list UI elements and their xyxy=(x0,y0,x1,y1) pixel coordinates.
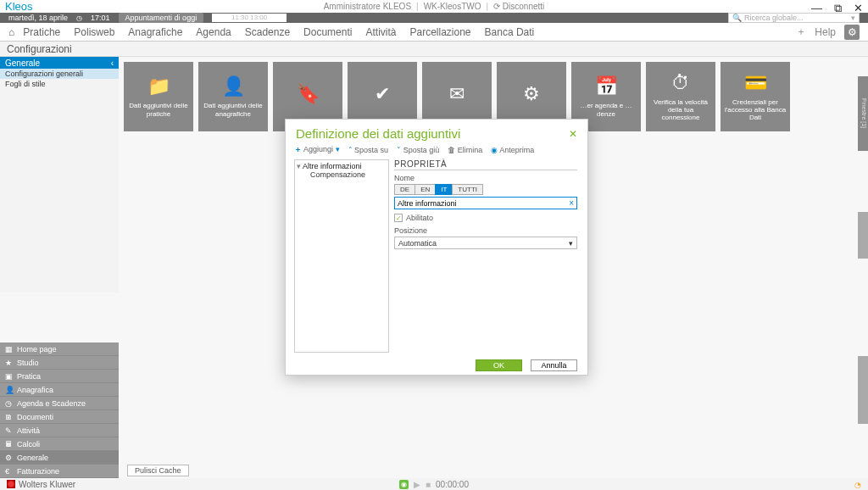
date-label: martedì, 18 aprile xyxy=(8,14,68,22)
help-link[interactable]: Help xyxy=(815,26,836,38)
clear-cache-button[interactable]: Pulisci Cache xyxy=(127,465,189,476)
menu-documenti[interactable]: Documenti xyxy=(303,26,352,38)
tile-icon: 📁 xyxy=(147,75,170,97)
name-label: Nome xyxy=(394,174,577,182)
add-button[interactable]: ＋ Aggiungi ▾ xyxy=(294,144,340,155)
generale-header[interactable]: Generale ‹ xyxy=(0,57,119,69)
menu-anagrafiche[interactable]: Anagrafiche xyxy=(128,26,182,38)
dialog-title: Definizione dei dati aggiuntivi xyxy=(296,126,460,141)
add-icon[interactable]: ＋ xyxy=(796,25,806,39)
gear-icon[interactable]: ⚙ xyxy=(844,25,860,40)
move-up-button[interactable]: ˄ Sposta su xyxy=(348,146,389,154)
tile-icon: ⚙ xyxy=(523,83,540,104)
clear-icon[interactable]: × xyxy=(569,198,574,208)
datebar: martedì, 18 aprile ◷ 17:01 Appuntamenti … xyxy=(0,13,868,23)
tile-7[interactable]: ⏱Verifica la velocità della tua connessi… xyxy=(646,62,715,131)
app-name: Kleos xyxy=(5,0,33,13)
menu-attivita[interactable]: Attività xyxy=(365,26,396,38)
tile-label: Credenziali per l'accesso alla Banca Dat… xyxy=(724,98,787,122)
stop-icon[interactable]: ■ xyxy=(426,480,431,489)
name-input[interactable] xyxy=(398,199,569,208)
maximize-icon[interactable]: ⧉ xyxy=(834,2,842,15)
tile-icon: 🔖 xyxy=(297,83,320,104)
tile-icon: ✉ xyxy=(449,83,465,104)
sidebar-item-config-generali[interactable]: Configurazioni generali xyxy=(0,69,119,79)
main-menu: ⌂ Pratiche Polisweb Anagrafiche Agenda S… xyxy=(0,23,868,42)
nav-generale[interactable]: ⚙Generale xyxy=(0,451,119,465)
tile-label: Dati aggiuntivi delle pratiche xyxy=(127,102,190,117)
clock-icon: ◷ xyxy=(76,14,82,22)
nav-home[interactable]: ▦Home page xyxy=(0,342,119,356)
lang-it[interactable]: IT xyxy=(435,184,453,195)
delete-button[interactable]: 🗑 Elimina xyxy=(448,146,482,154)
minimize-icon[interactable]: — xyxy=(811,2,822,15)
progress-icon: ◔ xyxy=(854,481,861,489)
tile-8[interactable]: 💳Credenziali per l'accesso alla Banca Da… xyxy=(721,62,790,131)
preview-button[interactable]: ◉ Anteprima xyxy=(491,146,534,154)
nav-anagrafica[interactable]: 👤Anagrafica xyxy=(0,383,119,397)
cancel-button[interactable]: Annulla xyxy=(531,359,577,371)
title-center: Amministratore KLEOS|WK-KleosTWO|⟳ Disco… xyxy=(324,2,545,11)
tile-label: Dati aggiuntivi delle anagrafiche xyxy=(202,102,264,117)
tile-icon: ✔ xyxy=(375,83,390,104)
menu-parcellazione[interactable]: Parcellazione xyxy=(409,26,470,38)
name-field[interactable]: × xyxy=(394,197,577,209)
section-title: Configurazioni xyxy=(0,42,868,57)
tile-icon: 📅 xyxy=(595,75,618,97)
pos-select[interactable]: Automatica▾ xyxy=(394,237,577,249)
move-down-button[interactable]: ˅ Sposta giù xyxy=(397,146,439,154)
sidetab-finestre[interactable]: Finestre [1] xyxy=(858,76,868,151)
tile-label: Verifica la velocità della tua connessio… xyxy=(649,98,712,122)
nav-fatturazione[interactable]: €Fatturazione xyxy=(0,465,119,478)
dialog-tree[interactable]: ▾Altre informazioni Compensazione xyxy=(294,159,389,353)
sidetab-3[interactable] xyxy=(858,356,868,424)
footer-brand: Wolters Kluwer xyxy=(7,480,75,489)
tile-icon: 💳 xyxy=(744,72,767,93)
appointments-button[interactable]: Appuntamenti di oggi xyxy=(119,13,204,23)
lang-en[interactable]: EN xyxy=(415,184,436,195)
brand-icon xyxy=(7,480,15,488)
home-icon[interactable]: ⌂ xyxy=(8,26,14,38)
tile-icon: 👤 xyxy=(222,75,245,97)
ok-button[interactable]: OK xyxy=(476,359,522,371)
dialog-dati-aggiuntivi: Definizione dei dati aggiuntivi ✕ ＋ Aggi… xyxy=(285,119,588,376)
menu-scadenze[interactable]: Scadenze xyxy=(245,26,290,38)
pos-label: Posizione xyxy=(394,226,577,235)
play-icon[interactable]: ▶ xyxy=(414,480,420,489)
tile-0[interactable]: 📁Dati aggiuntivi delle pratiche xyxy=(124,62,193,131)
record-icon[interactable]: ◉ xyxy=(399,480,409,489)
menu-pratiche[interactable]: Pratiche xyxy=(23,26,60,38)
nav-pratica[interactable]: ▣Pratica xyxy=(0,370,119,383)
tile-label: …er agenda e …denze xyxy=(575,102,637,117)
enabled-checkbox[interactable]: ✓Abilitato xyxy=(394,214,577,222)
dialog-close-icon[interactable]: ✕ xyxy=(569,128,577,140)
chevron-left-icon: ‹ xyxy=(111,58,114,68)
menu-polisweb[interactable]: Polisweb xyxy=(74,26,114,38)
sidebar-item-fogli[interactable]: Fogli di stile xyxy=(0,79,119,89)
lang-de[interactable]: DE xyxy=(394,184,415,195)
timeslot: 11:30 13:00 xyxy=(212,14,287,22)
prop-title: PROPRIETÀ xyxy=(394,159,577,170)
close-icon[interactable]: ✕ xyxy=(854,2,863,15)
timer: 00:00:00 xyxy=(436,480,469,489)
tile-icon: ⏱ xyxy=(671,72,690,93)
sidetab-2[interactable] xyxy=(858,212,868,259)
nav-documenti[interactable]: 🗎Documenti xyxy=(0,410,119,424)
search-icon: 🔍 xyxy=(732,14,742,22)
time-label: 17:01 xyxy=(91,14,110,22)
nav-studio[interactable]: ★Studio xyxy=(0,356,119,370)
lang-tabs[interactable]: DE EN IT TUTTI xyxy=(394,184,577,195)
nav-attivita[interactable]: ✎Attività xyxy=(0,424,119,437)
lang-tutti[interactable]: TUTTI xyxy=(452,184,483,195)
menu-bancadati[interactable]: Banca Dati xyxy=(485,26,535,38)
nav-agenda[interactable]: ◷Agenda e Scadenze xyxy=(0,397,119,410)
nav-calcoli[interactable]: 🖩Calcoli xyxy=(0,437,119,451)
chevron-down-icon: ▾ xyxy=(569,239,573,248)
tile-1[interactable]: 👤Dati aggiuntivi delle anagrafiche xyxy=(198,62,268,131)
menu-agenda[interactable]: Agenda xyxy=(196,26,231,38)
